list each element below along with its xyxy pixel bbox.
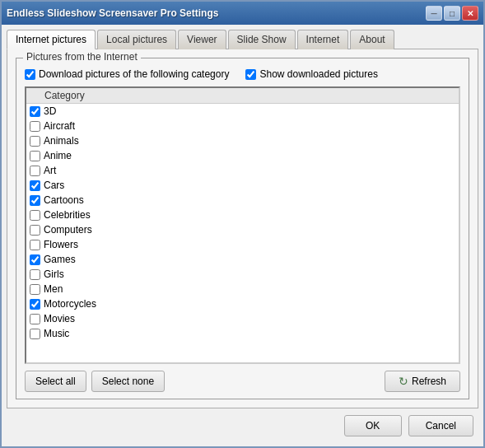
bottom-buttons: Select all Select none ↻ Refresh — [25, 371, 460, 392]
maximize-button[interactable]: □ — [444, 6, 460, 21]
category-checkbox[interactable] — [30, 254, 40, 265]
window-controls: ─ □ ✕ — [426, 6, 478, 21]
category-checkbox[interactable] — [30, 299, 40, 310]
window-content: Internet pictures Local pictures Viewer … — [2, 25, 483, 446]
list-item[interactable]: Celebrities — [26, 208, 459, 222]
category-name: Art — [44, 165, 56, 176]
select-all-button[interactable]: Select all — [25, 371, 86, 392]
category-checkbox[interactable] — [30, 195, 40, 206]
list-item[interactable]: Men — [26, 282, 459, 296]
category-name: Flowers — [44, 239, 78, 250]
close-button[interactable]: ✕ — [462, 6, 478, 21]
category-name: Cartoons — [44, 194, 84, 206]
tab-slide-show[interactable]: Slide Show — [228, 30, 296, 49]
list-item[interactable]: Computers — [26, 222, 459, 237]
category-checkbox[interactable] — [30, 151, 40, 161]
list-item[interactable]: Games — [26, 252, 459, 267]
category-list[interactable]: Category 3DAircraftAnimalsAnimeArtCarsCa… — [25, 86, 460, 364]
category-checkbox[interactable] — [30, 121, 40, 132]
tab-bar: Internet pictures Local pictures Viewer … — [7, 30, 478, 49]
category-name: Games — [44, 254, 76, 265]
list-item[interactable]: Music — [26, 326, 459, 341]
select-none-button[interactable]: Select none — [91, 371, 165, 392]
footer-buttons: OK Cancel — [7, 408, 478, 441]
category-name: Motorcycles — [44, 298, 96, 310]
list-item[interactable]: Cartoons — [26, 193, 459, 208]
window-title: Endless Slideshow Screensaver Pro Settin… — [7, 7, 218, 19]
category-checkbox[interactable] — [30, 225, 40, 236]
tab-internet-pictures[interactable]: Internet pictures — [7, 30, 96, 49]
cancel-button[interactable]: Cancel — [408, 415, 473, 436]
category-name: Men — [44, 283, 63, 295]
refresh-icon: ↻ — [399, 375, 408, 388]
checkbox-row: Download pictures of the following categ… — [25, 68, 460, 80]
category-name: Girls — [44, 268, 64, 280]
show-downloaded-checkbox[interactable] — [245, 69, 256, 80]
main-window: Endless Slideshow Screensaver Pro Settin… — [0, 0, 485, 448]
ok-button[interactable]: OK — [344, 415, 402, 436]
category-checkbox[interactable] — [30, 240, 40, 250]
category-name: Music — [44, 328, 69, 339]
tab-internet[interactable]: Internet — [297, 30, 349, 49]
tab-local-pictures[interactable]: Local pictures — [97, 30, 176, 49]
download-checkbox-label[interactable]: Download pictures of the following categ… — [25, 68, 229, 80]
category-name: Anime — [44, 150, 72, 161]
category-name: Movies — [44, 313, 75, 324]
list-item[interactable]: Anime — [26, 148, 459, 163]
list-item[interactable]: Movies — [26, 311, 459, 326]
category-name: 3D — [44, 105, 56, 117]
group-title: Pictures from the Internet — [23, 51, 141, 63]
category-checkbox[interactable] — [30, 284, 40, 295]
category-name: Cars — [44, 180, 64, 191]
tab-about[interactable]: About — [350, 30, 394, 49]
category-items-container: 3DAircraftAnimalsAnimeArtCarsCartoonsCel… — [26, 104, 459, 341]
tab-content: Pictures from the Internet Download pict… — [7, 49, 478, 408]
tab-viewer[interactable]: Viewer — [178, 30, 226, 49]
list-item[interactable]: Flowers — [26, 237, 459, 252]
refresh-button[interactable]: ↻ Refresh — [385, 371, 460, 392]
category-name: Animals — [44, 135, 79, 147]
title-bar: Endless Slideshow Screensaver Pro Settin… — [2, 2, 483, 25]
list-item[interactable]: Girls — [26, 267, 459, 282]
list-item[interactable]: Animals — [26, 133, 459, 148]
list-item[interactable]: 3D — [26, 104, 459, 119]
category-checkbox[interactable] — [30, 210, 40, 221]
list-item[interactable]: Cars — [26, 178, 459, 193]
category-checkbox[interactable] — [30, 269, 40, 280]
category-checkbox[interactable] — [30, 166, 40, 176]
list-header: Category — [26, 88, 459, 104]
category-name: Celebrities — [44, 209, 91, 221]
list-item[interactable]: Art — [26, 163, 459, 178]
category-checkbox[interactable] — [30, 314, 40, 324]
category-checkbox[interactable] — [30, 329, 40, 339]
download-checkbox[interactable] — [25, 69, 35, 80]
list-item[interactable]: Aircraft — [26, 119, 459, 133]
category-name: Computers — [44, 224, 92, 236]
category-checkbox[interactable] — [30, 136, 40, 147]
group-box: Pictures from the Internet Download pict… — [16, 58, 469, 399]
list-item[interactable]: Motorcycles — [26, 296, 459, 311]
category-checkbox[interactable] — [30, 180, 40, 191]
show-downloaded-label[interactable]: Show downloaded pictures — [245, 68, 377, 80]
category-checkbox[interactable] — [30, 106, 40, 117]
minimize-button[interactable]: ─ — [426, 6, 442, 21]
category-name: Aircraft — [44, 120, 75, 132]
